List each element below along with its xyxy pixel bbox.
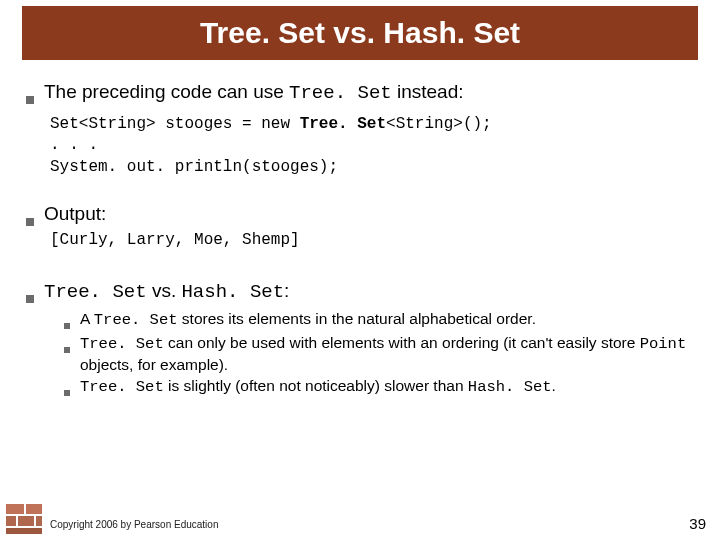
- bullet-1: The preceding code can use Tree. Set ins…: [26, 80, 694, 106]
- text-frag: vs.: [147, 280, 182, 301]
- slide-title: Tree. Set vs. Hash. Set: [200, 16, 520, 50]
- slide-content: The preceding code can use Tree. Set ins…: [0, 60, 720, 398]
- title-bar: Tree. Set vs. Hash. Set: [22, 6, 698, 60]
- code-inline: Point: [640, 335, 687, 353]
- copyright-text: Copyright 2006 by Pearson Education: [50, 519, 218, 530]
- text-frag: instead:: [392, 81, 464, 102]
- bullet-1-text: The preceding code can use Tree. Set ins…: [44, 80, 464, 106]
- code-inline: Tree. Set: [289, 82, 392, 104]
- sub-bullet-3: Tree. Set is slightly (often not noticea…: [64, 376, 694, 398]
- bullet-2-text: Output:: [44, 202, 106, 227]
- square-bullet-icon: [64, 347, 70, 353]
- square-bullet-icon: [64, 323, 70, 329]
- sub-text: Tree. Set can only be used with elements…: [80, 333, 694, 375]
- sub-text: A Tree. Set stores its elements in the n…: [80, 309, 536, 331]
- square-bullet-icon: [64, 390, 70, 396]
- code-inline: Tree. Set: [44, 281, 147, 303]
- text-frag: :: [284, 280, 289, 301]
- code-inline: Tree. Set: [94, 311, 178, 329]
- code-inline: Tree. Set: [80, 378, 164, 396]
- code-text: . . .: [50, 136, 98, 154]
- output-value: [Curly, Larry, Moe, Shemp]: [50, 231, 694, 249]
- sub-list: A Tree. Set stores its elements in the n…: [64, 309, 694, 398]
- sub-text: Tree. Set is slightly (often not noticea…: [80, 376, 556, 398]
- text-frag: can only be used with elements with an o…: [164, 334, 640, 351]
- sub-bullet-1: A Tree. Set stores its elements in the n…: [64, 309, 694, 331]
- text-frag: .: [552, 377, 556, 394]
- code-text-bold: Tree. Set: [300, 115, 386, 133]
- code-inline: Hash. Set: [468, 378, 552, 396]
- code-block: Set<String> stooges = new Tree. Set<Stri…: [50, 114, 694, 179]
- bullet-2: Output:: [26, 202, 694, 227]
- page-number: 39: [689, 515, 706, 532]
- text-frag: objects, for example).: [80, 356, 228, 373]
- code-inline: Hash. Set: [181, 281, 284, 303]
- footer: Copyright 2006 by Pearson Education 39: [0, 510, 720, 534]
- bullet-3-text: Tree. Set vs. Hash. Set:: [44, 279, 289, 305]
- sub-bullet-2: Tree. Set can only be used with elements…: [64, 333, 694, 375]
- code-text: System. out. println(stooges);: [50, 158, 338, 176]
- code-text: <String>();: [386, 115, 492, 133]
- square-bullet-icon: [26, 218, 34, 226]
- text-frag: The preceding code can use: [44, 81, 289, 102]
- square-bullet-icon: [26, 96, 34, 104]
- text-frag: is slightly (often not noticeably) slowe…: [164, 377, 468, 394]
- brick-icon: [6, 504, 42, 534]
- code-inline: Tree. Set: [80, 335, 164, 353]
- text-frag: A: [80, 310, 94, 327]
- text-frag: stores its elements in the natural alpha…: [178, 310, 536, 327]
- bullet-3: Tree. Set vs. Hash. Set:: [26, 279, 694, 305]
- square-bullet-icon: [26, 295, 34, 303]
- code-text: Set<String> stooges = new: [50, 115, 300, 133]
